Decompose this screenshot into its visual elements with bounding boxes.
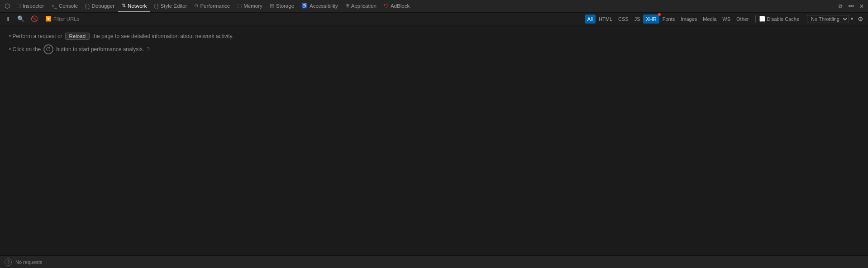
filter-js-button[interactable]: JS xyxy=(632,14,643,24)
memory-icon: ⬚ xyxy=(237,3,242,9)
clear-button[interactable]: 🚫 xyxy=(29,14,40,23)
filter-other-button[interactable]: Other xyxy=(734,14,752,24)
filter-all-button[interactable]: All xyxy=(585,14,596,24)
tab-application[interactable]: ⊞ Application xyxy=(342,0,380,12)
status-perf-icon: ⏱ xyxy=(5,258,12,266)
filter-css-button[interactable]: CSS xyxy=(615,14,631,24)
style-editor-icon: { } xyxy=(154,3,158,9)
top-tab-bar: ⬡ ⬚ Inspector >_ Console { } Debugger ⇅ … xyxy=(0,0,868,13)
main-content: • Perform a request or Reload the page t… xyxy=(0,25,868,255)
pause-button[interactable]: ⏸ xyxy=(3,14,13,23)
help-icon[interactable]: ? xyxy=(147,46,150,53)
tab-performance[interactable]: ⊙ Performance xyxy=(191,0,234,12)
clear-icon: 🚫 xyxy=(31,15,38,22)
filter-type-buttons: All HTML CSS JS XHR Fonts Images Media W… xyxy=(585,14,752,24)
gear-icon: ⚙ xyxy=(858,15,863,23)
search-icon: 🔍 xyxy=(17,15,24,22)
console-icon: >_ xyxy=(51,3,57,9)
toolbar-divider-2 xyxy=(803,15,803,23)
tab-accessibility[interactable]: ♿ Accessibility xyxy=(298,0,342,12)
window-controls: ⧉ ••• ✕ xyxy=(836,2,866,10)
reload-inline-button[interactable]: Reload xyxy=(65,33,90,40)
filter-fonts-button[interactable]: Fonts xyxy=(660,14,678,24)
tab-storage[interactable]: ▤ Storage xyxy=(266,0,298,12)
tab-inspector[interactable]: ⬚ Inspector xyxy=(13,0,48,12)
network-icon: ⇅ xyxy=(122,3,126,9)
network-toolbar: ⏸ 🔍 🚫 🔽 All HTML CSS JS XHR Fonts Images… xyxy=(0,13,868,25)
filter-html-button[interactable]: HTML xyxy=(596,14,615,24)
pause-icon: ⏸ xyxy=(5,15,11,22)
application-icon: ⊞ xyxy=(345,3,349,9)
performance-icon: ⊙ xyxy=(194,3,198,9)
throttle-arrow: ▼ xyxy=(850,17,854,21)
tab-memory[interactable]: ⬚ Memory xyxy=(234,0,266,12)
filter-url-wrap: 🔽 xyxy=(42,14,581,24)
devtools-icon[interactable]: ⬡ xyxy=(2,0,13,12)
filter-images-button[interactable]: Images xyxy=(678,14,700,24)
xhr-notification-dot xyxy=(658,13,661,16)
filter-icon: 🔽 xyxy=(45,16,52,22)
status-bar: ⏱ No requests xyxy=(0,255,868,268)
tab-adblock[interactable]: 🛡 AdBlock xyxy=(380,0,413,12)
accessibility-icon: ♿ xyxy=(301,3,308,9)
disable-cache-label[interactable]: Disable Cache xyxy=(759,16,800,22)
inspector-icon: ⬚ xyxy=(16,3,21,9)
storage-icon: ▤ xyxy=(270,3,274,9)
filter-url-input[interactable] xyxy=(53,16,578,22)
filter-ws-button[interactable]: WS xyxy=(720,14,733,24)
tab-debugger[interactable]: { } Debugger xyxy=(81,0,118,12)
hint-line-2: • Click on the ⏱ button to start perform… xyxy=(9,44,150,54)
tab-console[interactable]: >_ Console xyxy=(48,0,81,12)
tab-style-editor[interactable]: { } Style Editor xyxy=(150,0,191,12)
throttle-select[interactable]: No Throttling Fast 3G Slow 3G Offline xyxy=(807,15,849,23)
toolbar-divider-1 xyxy=(755,15,756,23)
debugger-icon: { } xyxy=(85,3,90,9)
search-button[interactable]: 🔍 xyxy=(15,14,27,23)
tab-network[interactable]: ⇅ Network xyxy=(118,0,150,12)
more-button[interactable]: ••• xyxy=(846,2,856,10)
hint-line-1: • Perform a request or Reload the page t… xyxy=(9,33,234,40)
adblock-icon: 🛡 xyxy=(384,3,389,9)
detach-button[interactable]: ⧉ xyxy=(836,2,845,10)
filter-media-button[interactable]: Media xyxy=(700,14,719,24)
disable-cache-checkbox[interactable] xyxy=(759,16,765,22)
performance-analysis-icon: ⏱ xyxy=(43,44,53,54)
filter-xhr-button[interactable]: XHR xyxy=(643,14,659,24)
close-button[interactable]: ✕ xyxy=(857,2,866,10)
settings-button[interactable]: ⚙ xyxy=(856,14,865,24)
